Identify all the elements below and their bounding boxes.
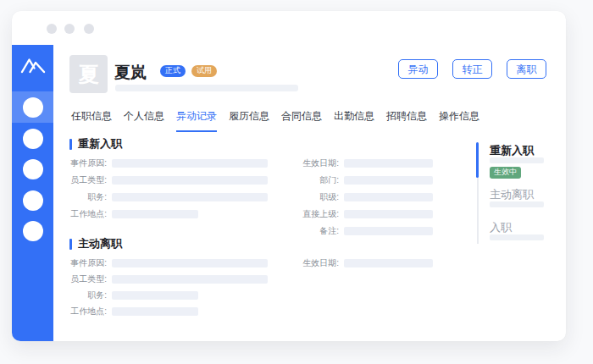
timeline-item-onboarding[interactable]: 入职	[490, 220, 512, 235]
sidebar-item-5[interactable]	[12, 215, 53, 246]
app-window: 夏 夏岚 正式 试用 异动 转正 离职 任职信息 个人信息 异动记录 履历信息 …	[12, 11, 566, 341]
tab-transfer-records[interactable]: 异动记录	[176, 109, 217, 132]
field-label: 直接上级:	[291, 210, 339, 218]
window-titlebar	[12, 11, 566, 45]
field-label: 生效日期:	[291, 259, 339, 267]
sidebar-item-2[interactable]	[12, 123, 53, 154]
resign-button[interactable]: 离职	[507, 59, 546, 79]
field-value-placeholder	[344, 227, 433, 235]
form-row: 工作地点:	[66, 307, 268, 316]
effective-status-badge: 生效中	[490, 167, 521, 179]
field-value-placeholder	[344, 259, 433, 267]
field-label: 职务:	[66, 193, 107, 201]
sidebar	[12, 45, 53, 341]
field-value-placeholder	[344, 193, 433, 201]
resignation-left-column: 事件原因: 员工类型: 职务: 工作地点:	[66, 259, 268, 323]
timeline-item-voluntary-resignation[interactable]: 主动离职	[490, 187, 534, 202]
transfer-button[interactable]: 异动	[398, 59, 438, 79]
section-title-text: 主动离职	[78, 236, 122, 251]
nav-circle-icon	[23, 159, 43, 179]
section-marker	[69, 239, 72, 250]
field-label: 部门:	[291, 176, 339, 185]
rehire-left-column: 事件原因: 员工类型: 职务: 工作地点:	[66, 159, 268, 227]
info-tabs: 任职信息 个人信息 异动记录 履历信息 合同信息 出勤信息 招聘信息 操作信息	[71, 109, 479, 132]
rehire-right-column: 生效日期: 部门: 职级: 直接上级: 备注:	[291, 159, 433, 244]
field-label: 备注:	[291, 227, 339, 235]
field-label: 职务:	[66, 291, 107, 300]
section-title-voluntary-resignation: 主动离职	[69, 236, 122, 251]
employee-badges: 正式 试用	[160, 65, 217, 77]
app-logo-icon[interactable]	[12, 53, 53, 77]
field-label: 员工类型:	[66, 176, 107, 185]
form-row: 生效日期:	[291, 259, 433, 267]
form-row: 员工类型:	[66, 275, 268, 284]
form-row: 职务:	[66, 291, 268, 300]
form-row: 生效日期:	[291, 159, 433, 168]
form-row: 职务:	[66, 193, 268, 201]
tab-contract-info[interactable]: 合同信息	[281, 109, 322, 132]
sidebar-item-1[interactable]	[12, 91, 53, 123]
sidebar-item-4[interactable]	[12, 185, 53, 216]
status-badge-probation: 试用	[191, 65, 217, 77]
form-row: 备注:	[291, 227, 433, 235]
tab-employment-info[interactable]: 任职信息	[71, 109, 112, 132]
field-label: 事件原因:	[66, 259, 107, 267]
form-row: 直接上级:	[291, 210, 433, 218]
field-value-placeholder	[112, 291, 198, 300]
regularize-button[interactable]: 转正	[452, 59, 492, 79]
field-label: 工作地点:	[66, 210, 107, 218]
form-row: 事件原因:	[66, 259, 268, 267]
header-actions: 异动 转正 离职	[398, 59, 546, 79]
timeline-date-placeholder	[490, 157, 544, 163]
tab-attendance-info[interactable]: 出勤信息	[334, 109, 374, 132]
page-background: 夏 夏岚 正式 试用 异动 转正 离职 任职信息 个人信息 异动记录 履历信息 …	[0, 0, 593, 364]
field-value-placeholder	[112, 210, 198, 218]
timeline-item-rehire[interactable]: 重新入职	[490, 143, 534, 158]
timeline-line	[477, 178, 479, 244]
form-row: 员工类型:	[66, 176, 268, 185]
sidebar-item-3[interactable]	[12, 153, 53, 185]
nav-circle-icon	[23, 97, 43, 118]
form-row: 事件原因:	[66, 159, 268, 168]
avatar: 夏	[69, 55, 108, 93]
section-title-text: 重新入职	[78, 136, 122, 152]
timeline-date-placeholder	[490, 201, 544, 207]
window-control-icon[interactable]	[64, 24, 75, 34]
field-value-placeholder	[112, 259, 268, 267]
field-value-placeholder	[344, 176, 433, 185]
status-badge-regular: 正式	[160, 65, 186, 77]
field-value-placeholder	[112, 176, 268, 185]
tab-resume-info[interactable]: 履历信息	[229, 109, 269, 132]
field-value-placeholder	[344, 210, 433, 218]
field-label: 工作地点:	[66, 307, 107, 316]
form-row: 职级:	[291, 193, 433, 201]
section-title-rehire: 重新入职	[69, 136, 122, 152]
resignation-right-column: 生效日期:	[291, 259, 433, 276]
employee-name: 夏岚	[114, 62, 147, 84]
nav-circle-icon	[23, 221, 43, 241]
window-control-icon[interactable]	[84, 24, 94, 34]
field-label: 职级:	[291, 193, 339, 201]
employee-subtitle-placeholder	[115, 85, 298, 91]
timeline-active-line	[476, 142, 479, 178]
nav-circle-icon	[23, 190, 43, 211]
field-value-placeholder	[112, 275, 268, 284]
form-row: 部门:	[291, 176, 433, 185]
tab-recruitment-info[interactable]: 招聘信息	[386, 109, 427, 132]
form-row: 工作地点:	[66, 210, 268, 218]
timeline-date-placeholder	[490, 234, 544, 240]
tab-personal-info[interactable]: 个人信息	[124, 109, 164, 132]
tab-operation-info[interactable]: 操作信息	[439, 109, 479, 132]
field-value-placeholder	[344, 159, 433, 168]
section-marker	[69, 139, 72, 150]
field-label: 员工类型:	[66, 275, 107, 284]
nav-circle-icon	[23, 129, 43, 149]
field-value-placeholder	[112, 159, 268, 168]
field-value-placeholder	[112, 307, 198, 316]
window-control-icon[interactable]	[47, 24, 57, 34]
field-label: 事件原因:	[66, 159, 107, 168]
field-value-placeholder	[112, 193, 268, 201]
field-label: 生效日期:	[291, 159, 339, 168]
